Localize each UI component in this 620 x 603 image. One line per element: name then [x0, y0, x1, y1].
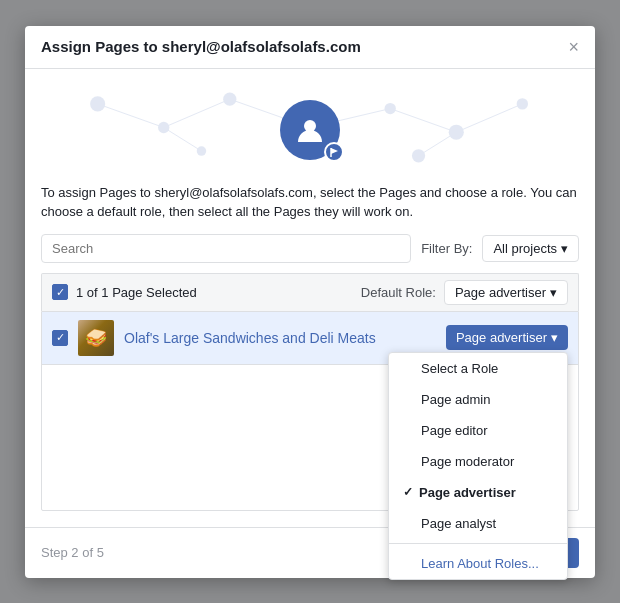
dropdown-item-page-admin[interactable]: Page admin [389, 384, 567, 415]
search-input[interactable] [41, 234, 411, 263]
page-checkbox[interactable] [52, 330, 68, 346]
dropdown-item-label: Page moderator [421, 454, 514, 469]
dropdown-item-page-editor[interactable]: Page editor [389, 415, 567, 446]
filter-dropdown[interactable]: All projects ▾ [482, 235, 579, 262]
search-filter-row: Filter By: All projects ▾ [41, 234, 579, 263]
filter-value: All projects [493, 241, 557, 256]
default-role-dropdown[interactable]: Page advertiser ▾ [444, 280, 568, 305]
selection-left: 1 of 1 Page Selected [52, 284, 197, 300]
dropdown-item-learn-roles[interactable]: Learn About Roles... [389, 548, 567, 579]
badge [324, 142, 344, 162]
selection-bar: 1 of 1 Page Selected Default Role: Page … [41, 273, 579, 311]
dropdown-item-label: Page advertiser [419, 485, 516, 500]
modal: Assign Pages to sheryl@olafsolafsolafs.c… [25, 26, 595, 578]
svg-line-13 [419, 132, 457, 156]
dropdown-item-label: Page admin [421, 392, 490, 407]
page-role-value: Page advertiser [456, 330, 547, 345]
svg-marker-17 [331, 148, 338, 154]
role-dropdown-menu: Select a Role Page admin Page editor Pag… [388, 352, 568, 580]
svg-line-10 [164, 127, 202, 151]
svg-line-9 [164, 99, 230, 127]
hero-area [41, 85, 579, 175]
dropdown-item-select-role[interactable]: Select a Role [389, 353, 567, 384]
filter-label: Filter By: [421, 241, 472, 256]
close-button[interactable]: × [568, 38, 579, 56]
svg-line-12 [456, 103, 522, 131]
default-role-area: Default Role: Page advertiser ▾ [361, 280, 568, 305]
select-all-checkbox[interactable] [52, 284, 68, 300]
page-name: Olaf's Large Sandwiches and Deli Meats [124, 330, 436, 346]
modal-overlay: Assign Pages to sheryl@olafsolafsolafs.c… [0, 0, 620, 603]
modal-title: Assign Pages to sheryl@olafsolafsolafs.c… [41, 38, 361, 55]
step-indicator: Step 2 of 5 [41, 545, 104, 560]
filter-caret-icon: ▾ [561, 241, 568, 256]
default-role-label: Default Role: [361, 285, 436, 300]
dropdown-item-label: Learn About Roles... [421, 556, 539, 571]
user-icon [294, 114, 326, 146]
dropdown-divider [389, 543, 567, 544]
svg-line-8 [98, 103, 164, 127]
modal-body: To assign Pages to sheryl@olafsolafsolaf… [25, 69, 595, 527]
page-role-button[interactable]: Page advertiser ▾ [446, 325, 568, 350]
dropdown-item-label: Page analyst [421, 516, 496, 531]
dropdown-item-label: Page editor [421, 423, 488, 438]
pages-list: 🥪 Olaf's Large Sandwiches and Deli Meats… [41, 311, 579, 511]
avatar [280, 100, 340, 160]
dropdown-item-page-moderator[interactable]: Page moderator [389, 446, 567, 477]
dropdown-item-page-analyst[interactable]: Page analyst [389, 508, 567, 539]
dropdown-item-page-advertiser[interactable]: Page advertiser [389, 477, 567, 508]
page-role-caret-icon: ▾ [551, 330, 558, 345]
page-thumbnail: 🥪 [78, 320, 114, 356]
default-role-value: Page advertiser [455, 285, 546, 300]
modal-header: Assign Pages to sheryl@olafsolafsolafs.c… [25, 26, 595, 69]
flag-icon [329, 147, 339, 157]
selection-count: 1 of 1 Page Selected [76, 285, 197, 300]
page-thumb-inner: 🥪 [78, 320, 114, 356]
description-text: To assign Pages to sheryl@olafsolafsolaf… [41, 183, 579, 222]
default-role-caret-icon: ▾ [550, 285, 557, 300]
dropdown-item-label: Select a Role [421, 361, 498, 376]
table-row: 🥪 Olaf's Large Sandwiches and Deli Meats… [42, 312, 578, 365]
svg-line-11 [390, 108, 456, 132]
